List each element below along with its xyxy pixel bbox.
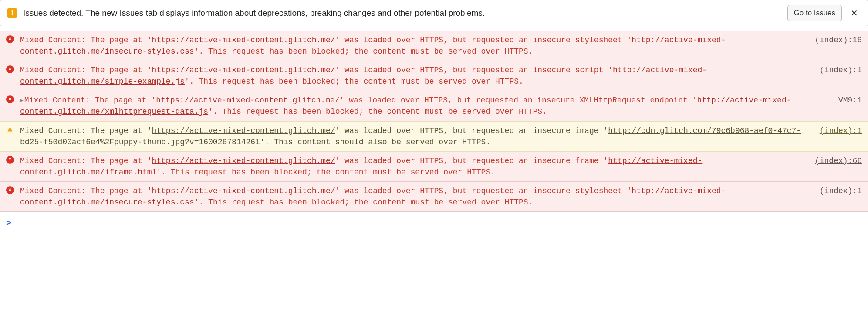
error-icon: ✕: [6, 186, 14, 194]
message-source-link[interactable]: (index):66: [815, 155, 862, 167]
expand-triangle-icon[interactable]: ▶: [20, 97, 24, 104]
message-source-link[interactable]: (index):1: [820, 125, 862, 136]
message-text: Mixed Content: The page at 'https://acti…: [20, 126, 801, 146]
console-message-error: ✕(index):66Mixed Content: The page at 'h…: [0, 152, 868, 182]
message-source-link[interactable]: (index):1: [820, 185, 862, 197]
message-text: Mixed Content: The page at 'https://acti…: [20, 187, 726, 207]
error-icon: ✕: [6, 35, 14, 43]
console-message-error: ✕(index):1Mixed Content: The page at 'ht…: [0, 61, 868, 91]
message-source-link[interactable]: VM9:1: [838, 95, 862, 106]
message-text: ▶Mixed Content: The page at 'https://act…: [20, 96, 791, 116]
resource-url-link[interactable]: http://active-mixed-content.glitch.me/in…: [20, 36, 726, 56]
console-message-error: ✕(index):1Mixed Content: The page at 'ht…: [0, 182, 868, 212]
page-url-link[interactable]: https://active-mixed-content.glitch.me/: [152, 126, 335, 135]
console-message-error: ✕(index):16Mixed Content: The page at 'h…: [0, 31, 868, 61]
resource-url-link[interactable]: http://active-mixed-content.glitch.me/xm…: [20, 96, 791, 116]
console-message-list: ✕(index):16Mixed Content: The page at 'h…: [0, 31, 868, 212]
resource-url-link[interactable]: http://active-mixed-content.glitch.me/in…: [20, 187, 726, 207]
issues-infobar: ! Issues detected. The new Issues tab di…: [0, 0, 868, 26]
page-url-link[interactable]: https://active-mixed-content.glitch.me/: [152, 187, 335, 195]
console-prompt[interactable]: >: [0, 212, 868, 233]
resource-url-link[interactable]: http://cdn.glitch.com/79c6b968-aef0-47c7…: [20, 126, 801, 146]
message-text: Mixed Content: The page at 'https://acti…: [20, 36, 726, 56]
warning-icon: ▲: [6, 126, 14, 134]
message-source-link[interactable]: (index):16: [815, 34, 862, 46]
issues-icon: !: [7, 8, 17, 18]
error-icon: ✕: [6, 156, 14, 164]
page-url-link[interactable]: https://active-mixed-content.glitch.me/: [156, 96, 339, 105]
resource-url-link[interactable]: http://active-mixed-content.glitch.me/si…: [20, 66, 707, 86]
message-text: Mixed Content: The page at 'https://acti…: [20, 156, 702, 177]
page-url-link[interactable]: https://active-mixed-content.glitch.me/: [152, 156, 335, 165]
close-icon[interactable]: ✕: [848, 8, 861, 18]
error-icon: ✕: [6, 65, 14, 73]
message-source-link[interactable]: (index):1: [820, 65, 862, 76]
page-url-link[interactable]: https://active-mixed-content.glitch.me/: [152, 66, 335, 75]
console-message-warn: ▲(index):1Mixed Content: The page at 'ht…: [0, 121, 868, 152]
resource-url-link[interactable]: http://active-mixed-content.glitch.me/if…: [20, 156, 702, 177]
error-icon: ✕: [6, 95, 14, 103]
issues-infobar-text: Issues detected. The new Issues tab disp…: [23, 8, 781, 18]
go-to-issues-button[interactable]: Go to Issues: [787, 5, 842, 21]
console-message-error: ✕VM9:1▶Mixed Content: The page at 'https…: [0, 91, 868, 121]
message-text: Mixed Content: The page at 'https://acti…: [20, 66, 707, 86]
page-url-link[interactable]: https://active-mixed-content.glitch.me/: [152, 36, 335, 44]
